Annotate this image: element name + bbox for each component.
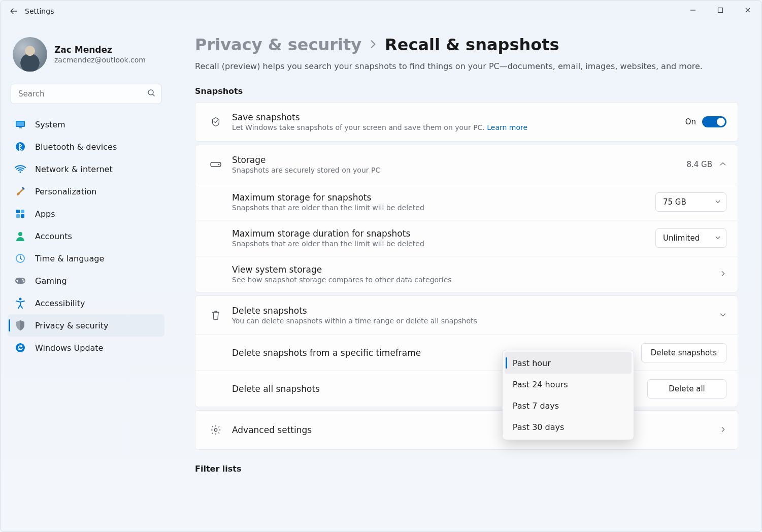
chevron-right-icon [369,39,378,51]
sidebar-item-wifi[interactable]: Network & internet [8,158,164,180]
max-duration-row: Maximum storage duration for snapshots S… [195,220,738,256]
chevron-down-icon [719,311,726,320]
trash-icon [207,310,225,321]
snapshot-icon [207,116,225,127]
learn-more-link[interactable]: Learn more [487,123,527,131]
chevron-up-icon [719,160,726,170]
timeframe-option[interactable]: Past 7 days [505,395,632,416]
clock-icon [15,253,26,264]
arrow-left-icon [10,7,18,15]
svg-point-17 [19,298,22,301]
page-description: Recall (preview) helps you search your s… [195,61,738,71]
breadcrumb-parent[interactable]: Privacy & security [195,35,361,54]
sidebar-item-label: Personalization [35,187,96,196]
window-close-button[interactable] [734,1,761,20]
svg-rect-0 [718,8,723,13]
timeframe-option[interactable]: Past 30 days [505,416,632,438]
timeframe-option[interactable]: Past 24 hours [505,374,632,395]
delete-timeframe-title: Delete snapshots from a specific timefra… [232,348,502,358]
svg-point-21 [214,428,217,431]
sidebar-item-label: Gaming [35,276,67,286]
sidebar-item-update[interactable]: Windows Update [8,337,164,359]
chevron-right-icon [719,270,726,279]
sidebar-item-clock[interactable]: Time & language [8,247,164,270]
delete-all-button[interactable]: Delete all [647,379,726,398]
advanced-settings-title: Advanced settings [232,425,719,435]
save-snapshots-toggle[interactable]: On [685,116,726,127]
gamepad-icon [15,275,26,286]
window-title: Settings [25,7,54,15]
sidebar-item-gamepad[interactable]: Gaming [8,270,164,292]
storage-used-value: 8.4 GB [686,160,712,169]
brush-icon [15,186,26,197]
svg-point-6 [19,171,21,173]
timeframe-dropdown[interactable]: Past hourPast 24 hoursPast 7 daysPast 30… [502,350,634,440]
max-duration-select[interactable]: Unlimited [655,228,726,248]
svg-point-20 [218,164,220,165]
svg-point-11 [18,232,22,236]
chevron-down-icon [715,234,721,243]
svg-rect-8 [21,210,24,213]
sidebar-item-shield[interactable]: Privacy & security [8,314,164,337]
max-storage-row: Maximum storage for snapshots Snapshots … [195,184,738,220]
chevron-down-icon [715,197,721,207]
timeframe-option[interactable]: Past hour [505,352,632,374]
max-duration-title: Maximum storage duration for snapshots [232,228,655,239]
sidebar-item-label: Network & internet [35,164,113,174]
storage-icon [207,161,225,168]
sidebar-item-label: System [35,120,65,129]
sidebar-item-apps[interactable]: Apps [8,203,164,225]
delete-snapshots-sub: You can delete snapshots within a time r… [232,317,719,325]
save-snapshots-row: Save snapshots Let Windows take snapshot… [195,103,738,141]
view-system-storage-row[interactable]: View system storage See how snapshot sto… [195,256,738,292]
search-input[interactable] [11,84,161,104]
page-title: Recall & snapshots [385,35,559,54]
user-profile[interactable]: Zac Mendez zacmendez@outlook.com [8,28,164,84]
svg-rect-3 [17,122,24,126]
delete-snapshots-button[interactable]: Delete snapshots [641,343,726,362]
delete-snapshots-title: Delete snapshots [232,306,719,316]
gear-icon [207,424,225,436]
svg-point-18 [16,343,25,352]
sidebar-item-label: Accounts [35,231,72,241]
svg-rect-7 [16,210,20,213]
delete-snapshots-row[interactable]: Delete snapshots You can delete snapshot… [195,296,738,335]
sidebar-item-accessibility[interactable]: Accessibility [8,292,164,314]
save-snapshots-sub: Let Windows take snapshots of your scree… [232,123,685,131]
profile-email: zacmendez@outlook.com [54,56,146,64]
max-storage-title: Maximum storage for snapshots [232,192,655,203]
svg-point-15 [22,279,24,281]
sidebar-item-system[interactable]: System [8,113,164,136]
sidebar-item-label: Accessibility [35,298,85,308]
window-maximize-button[interactable] [707,1,734,20]
sidebar-item-brush[interactable]: Personalization [8,180,164,203]
minimize-icon [690,7,696,13]
bluetooth-icon [15,141,26,152]
sidebar-item-label: Privacy & security [35,321,108,330]
delete-all-row: Delete all snapshots Delete all [195,371,738,407]
svg-rect-4 [19,127,22,128]
sidebar-item-label: Bluetooth & devices [35,142,117,152]
storage-title: Storage [232,155,686,165]
sidebar-item-person[interactable]: Accounts [8,225,164,247]
view-storage-sub: See how snapshot storage compares to oth… [232,276,719,284]
delete-timeframe-row: Delete snapshots from a specific timefra… [195,335,738,371]
svg-rect-10 [21,214,24,218]
svg-point-16 [23,281,25,282]
advanced-settings-row[interactable]: Advanced settings [195,411,738,449]
section-heading-snapshots: Snapshots [195,86,738,96]
max-storage-select[interactable]: 75 GB [655,192,726,212]
back-button[interactable] [7,4,21,18]
toggle-state-label: On [685,117,696,126]
person-icon [15,230,26,242]
max-duration-value: Unlimited [663,234,700,243]
storage-row[interactable]: Storage Snapshots are securely stored on… [195,145,738,184]
sidebar-item-label: Apps [35,209,55,219]
window-minimize-button[interactable] [679,1,707,20]
maximize-icon [717,7,723,13]
sidebar-item-bluetooth[interactable]: Bluetooth & devices [8,136,164,158]
section-heading-filter: Filter lists [195,464,738,474]
svg-point-1 [148,90,153,95]
save-snapshots-title: Save snapshots [232,112,685,122]
wifi-icon [15,163,26,175]
